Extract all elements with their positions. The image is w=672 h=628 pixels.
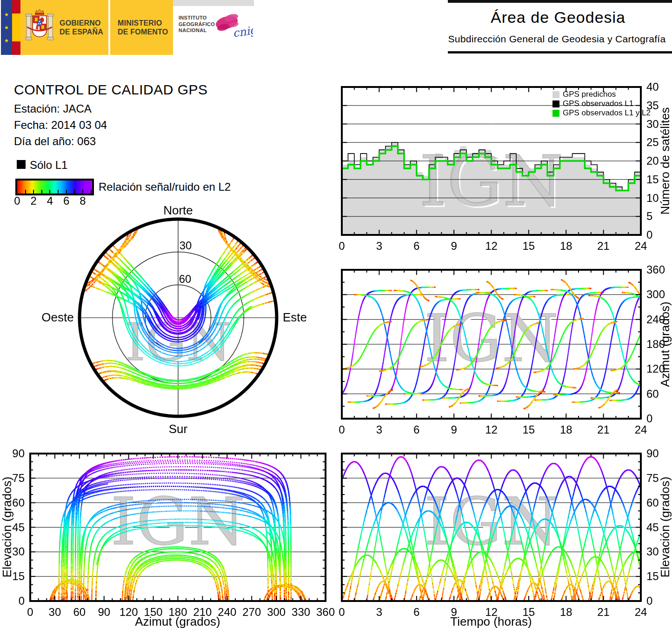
skyplot-west-label: Oeste <box>41 310 73 325</box>
y-tick-elaz: 30 <box>12 545 25 558</box>
x-tick-azimuth: 3 <box>376 423 382 436</box>
x-tick-eltime: 6 <box>413 606 419 619</box>
x-tick-elaz: 210 <box>193 606 212 619</box>
x-tick-elaz: 30 <box>49 606 61 619</box>
ylabel-satellite-count: Número de satélites <box>658 107 672 214</box>
x-tick-satcount: 9 <box>451 240 457 253</box>
y-tick-azimuth: 180 <box>646 338 665 351</box>
y-tick-elaz: 60 <box>12 496 25 509</box>
skyplot-south-label: Sur <box>169 422 187 436</box>
ylabel-elevation-right: Elevación (grados) <box>658 477 672 578</box>
legend-label-predicted: GPS predichos <box>563 90 616 99</box>
y-tick-satcount: 5 <box>646 210 652 223</box>
x-tick-azimuth: 15 <box>523 423 535 436</box>
x-tick-eltime: 21 <box>597 606 610 619</box>
x-tick-elaz: 300 <box>267 606 286 619</box>
gps-quality-report-page: ★★★ <box>0 0 672 628</box>
x-tick-elaz: 180 <box>168 606 187 619</box>
y-tick-eltime: 0 <box>646 595 652 608</box>
skyplot-ring60-label: 60 <box>179 273 192 286</box>
legend-label-observed-l1l2: GPS observados L1 y L2 <box>563 108 651 118</box>
x-tick-elaz: 90 <box>98 606 110 619</box>
y-tick-satcount: 15 <box>646 173 659 186</box>
colorbar-tick-label: 0 <box>14 194 20 207</box>
y-tick-eltime: 90 <box>646 447 659 460</box>
x-tick-eltime: 15 <box>523 606 535 619</box>
y-tick-eltime: 45 <box>646 521 659 534</box>
y-tick-satcount: 40 <box>646 80 659 94</box>
skyplot-ring30-label: 30 <box>180 239 192 252</box>
x-tick-azimuth: 12 <box>485 423 498 436</box>
y-tick-satcount: 20 <box>646 154 659 167</box>
y-tick-satcount: 35 <box>646 99 659 112</box>
x-tick-azimuth: 21 <box>597 423 610 436</box>
x-tick-elaz: 120 <box>120 606 138 619</box>
x-tick-eltime: 9 <box>451 606 457 619</box>
x-tick-elaz: 0 <box>27 606 33 619</box>
x-tick-eltime: 12 <box>485 606 498 619</box>
x-tick-azimuth: 18 <box>560 423 572 436</box>
legend-swatch-observed-l1l2 <box>552 110 559 117</box>
y-tick-azimuth: 0 <box>646 412 652 425</box>
y-tick-eltime: 75 <box>646 472 659 485</box>
legend-row-observed-l1: GPS observados L1 <box>552 100 633 108</box>
y-tick-azimuth: 60 <box>646 387 659 401</box>
x-tick-satcount: 12 <box>485 240 498 253</box>
x-tick-satcount: 15 <box>523 240 535 253</box>
y-tick-eltime: 60 <box>646 496 659 509</box>
y-tick-azimuth: 240 <box>646 313 665 326</box>
x-tick-azimuth: 6 <box>413 423 419 436</box>
y-tick-elaz: 75 <box>12 472 25 485</box>
x-tick-satcount: 6 <box>413 240 419 253</box>
x-tick-eltime: 24 <box>635 606 647 619</box>
x-tick-satcount: 18 <box>560 240 572 253</box>
y-tick-eltime: 30 <box>646 545 659 558</box>
y-tick-elaz: 90 <box>12 447 25 460</box>
x-tick-elaz: 240 <box>218 606 236 619</box>
x-tick-satcount: 21 <box>597 240 610 253</box>
x-tick-satcount: 24 <box>635 240 647 253</box>
x-tick-satcount: 0 <box>339 240 345 253</box>
x-tick-eltime: 18 <box>560 606 572 619</box>
x-tick-elaz: 270 <box>242 606 261 619</box>
x-tick-eltime: 0 <box>339 606 345 619</box>
y-tick-elaz: 15 <box>12 570 25 583</box>
legend-swatch-predicted <box>552 91 559 98</box>
y-tick-satcount: 25 <box>646 136 659 149</box>
x-tick-elaz: 150 <box>144 606 163 619</box>
skyplot-north-label: Norte <box>163 203 193 218</box>
x-tick-elaz: 60 <box>73 606 86 619</box>
y-tick-satcount: 10 <box>646 192 659 205</box>
colorbar-tick-label: 2 <box>31 194 37 207</box>
x-tick-azimuth: 0 <box>339 423 345 436</box>
x-tick-elaz: 330 <box>292 606 310 619</box>
colorbar-tick-label: 6 <box>63 194 69 207</box>
y-tick-elaz: 0 <box>19 595 25 608</box>
legend-label-observed-l1: GPS observados L1 <box>563 99 633 108</box>
x-tick-azimuth: 9 <box>451 423 457 436</box>
y-tick-satcount: 0 <box>646 228 652 241</box>
x-tick-elaz: 360 <box>316 606 335 619</box>
y-tick-azimuth: 300 <box>646 288 665 301</box>
colorbar-tick-label: 4 <box>47 194 53 207</box>
x-tick-satcount: 3 <box>376 240 382 253</box>
colorbar-tick-label: 8 <box>80 194 86 207</box>
y-tick-satcount: 30 <box>646 118 659 131</box>
y-tick-azimuth: 360 <box>646 263 665 276</box>
x-tick-azimuth: 24 <box>635 423 647 436</box>
y-tick-elaz: 45 <box>12 521 25 534</box>
legend-swatch-observed-l1 <box>552 100 559 107</box>
legend-row-predicted: GPS predichos <box>552 90 616 99</box>
x-tick-eltime: 3 <box>376 606 382 619</box>
y-tick-azimuth: 120 <box>646 362 665 375</box>
legend-row-observed-l1l2: GPS observados L1 y L2 <box>552 109 651 117</box>
y-tick-eltime: 15 <box>646 570 659 583</box>
skyplot-east-label: Este <box>283 310 307 325</box>
